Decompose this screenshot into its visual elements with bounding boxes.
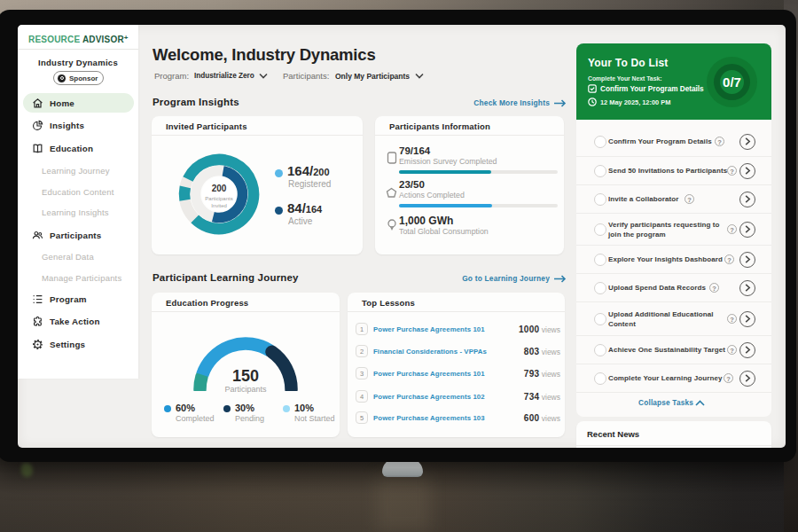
svg-text:200: 200	[212, 184, 227, 193]
svg-text:Invited: Invited	[211, 203, 227, 208]
svg-text:Participants: Participants	[205, 196, 232, 201]
